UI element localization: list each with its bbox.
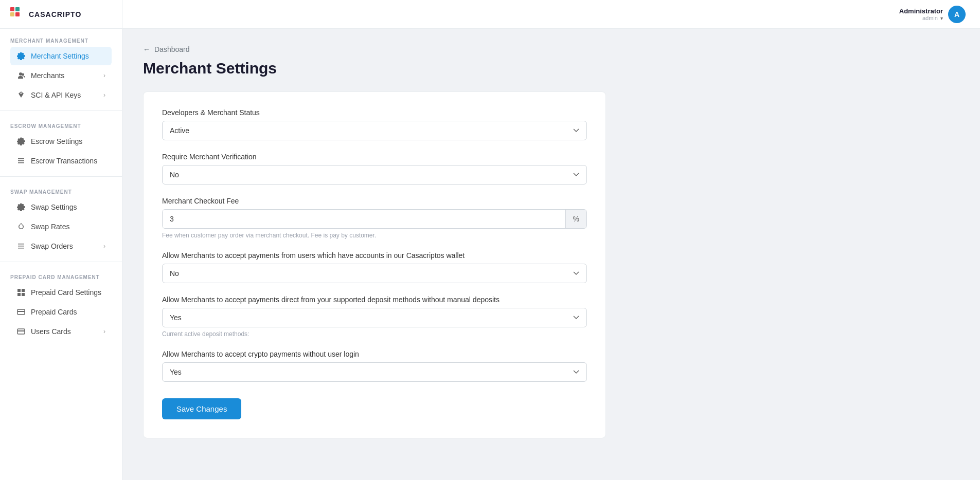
- page-title: Merchant Settings: [143, 60, 959, 77]
- content-area: ← Dashboard Merchant Settings Developers…: [122, 29, 980, 480]
- form-group-allow-wallet: Allow Merchants to accept payments from …: [162, 251, 587, 283]
- breadcrumb-dashboard[interactable]: Dashboard: [154, 45, 190, 53]
- sidebar-item-label: Users Cards: [31, 327, 71, 336]
- svg-rect-1: [15, 7, 20, 11]
- grid-icon: [16, 288, 26, 297]
- checkout-fee-input[interactable]: [163, 210, 565, 228]
- user-role: admin ▾: [899, 15, 943, 21]
- sidebar-item-prepaid-card-settings[interactable]: Prepaid Card Settings: [10, 283, 112, 302]
- sidebar-item-label: Swap Orders: [31, 242, 73, 250]
- logo-area: CASACRIPTO: [0, 0, 122, 29]
- sidebar-item-escrow-transactions[interactable]: Escrow Transactions: [10, 152, 112, 170]
- sidebar-item-merchants[interactable]: Merchants ›: [10, 66, 112, 85]
- merchant-management-section: MERCHANT MANAGEMENT Merchant Settings Me…: [0, 29, 122, 107]
- creditcard-icon: [16, 327, 26, 336]
- logo-icon: [10, 7, 25, 22]
- form-label-allow-deposit: Allow Merchants to accept payments direc…: [162, 296, 587, 304]
- form-group-allow-crypto: Allow Merchants to accept crypto payment…: [162, 350, 587, 382]
- user-name: Administrator: [899, 7, 943, 15]
- chevron-right-icon: ›: [103, 243, 105, 250]
- gear-icon: [16, 202, 26, 212]
- chevron-right-icon: ›: [103, 91, 105, 99]
- refresh-icon: [16, 222, 26, 231]
- save-changes-button[interactable]: Save Changes: [162, 398, 241, 419]
- gear-icon: [16, 137, 26, 146]
- brand-name: CASACRIPTO: [29, 10, 81, 19]
- section-label-swap: SWAP MANAGEMENT: [10, 189, 112, 195]
- users-icon: [16, 71, 26, 80]
- sidebar-item-swap-settings[interactable]: Swap Settings: [10, 198, 112, 216]
- allow-deposit-select[interactable]: Yes No: [162, 308, 587, 327]
- section-label-merchant: MERCHANT MANAGEMENT: [10, 38, 112, 44]
- form-label-checkout-fee: Merchant Checkout Fee: [162, 197, 587, 205]
- section-label-escrow: ESCROW MANAGEMENT: [10, 123, 112, 129]
- sidebar-item-users-cards[interactable]: Users Cards ›: [10, 322, 112, 341]
- form-label-dev-status: Developers & Merchant Status: [162, 108, 587, 117]
- escrow-management-section: ESCROW MANAGEMENT Escrow Settings Escrow…: [0, 114, 122, 173]
- merchant-verification-select[interactable]: No Yes: [162, 165, 587, 184]
- sidebar-item-label: Merchant Settings: [31, 52, 89, 60]
- form-group-allow-deposit: Allow Merchants to accept payments direc…: [162, 296, 587, 338]
- allow-crypto-select[interactable]: Yes No: [162, 362, 587, 382]
- list-icon: [16, 156, 26, 165]
- user-details: Administrator admin ▾: [899, 7, 943, 21]
- form-label-allow-crypto: Allow Merchants to accept crypto payment…: [162, 350, 587, 358]
- user-info[interactable]: Administrator admin ▾ A: [899, 6, 966, 23]
- list-icon: [16, 242, 26, 251]
- sidebar-item-label: Swap Settings: [31, 203, 77, 211]
- sidebar-item-label: Escrow Transactions: [31, 157, 97, 165]
- sidebar-item-label: Escrow Settings: [31, 137, 82, 145]
- form-group-merchant-verification: Require Merchant Verification No Yes: [162, 153, 587, 184]
- avatar[interactable]: A: [948, 6, 966, 23]
- sidebar-item-sci-api-keys[interactable]: SCI & API Keys ›: [10, 86, 112, 104]
- sidebar-item-label: SCI & API Keys: [31, 91, 81, 99]
- form-label-merchant-verification: Require Merchant Verification: [162, 153, 587, 161]
- svg-rect-2: [10, 12, 14, 16]
- diamond-icon: [16, 90, 26, 100]
- breadcrumb: ← Dashboard: [143, 45, 959, 53]
- sidebar-item-label: Swap Rates: [31, 223, 69, 231]
- swap-management-section: SWAP MANAGEMENT Swap Settings Swap Rates…: [0, 180, 122, 259]
- chevron-right-icon: ›: [103, 328, 105, 335]
- form-label-allow-wallet: Allow Merchants to accept payments from …: [162, 251, 587, 260]
- form-group-dev-status: Developers & Merchant Status Active Inac…: [162, 108, 587, 140]
- settings-form-card: Developers & Merchant Status Active Inac…: [143, 91, 606, 438]
- sidebar-item-swap-rates[interactable]: Swap Rates: [10, 217, 112, 236]
- allow-wallet-select[interactable]: No Yes: [162, 264, 587, 283]
- svg-rect-3: [15, 12, 20, 16]
- sidebar: CASACRIPTO MERCHANT MANAGEMENT Merchant …: [0, 0, 122, 480]
- svg-rect-0: [10, 7, 14, 11]
- checkout-fee-help: Fee when customer pay order via merchant…: [162, 232, 587, 239]
- sidebar-item-label: Prepaid Card Settings: [31, 288, 101, 297]
- sidebar-item-label: Merchants: [31, 71, 64, 80]
- dropdown-arrow-icon: ▾: [940, 15, 943, 21]
- sidebar-item-swap-orders[interactable]: Swap Orders ›: [10, 237, 112, 255]
- deposit-help: Current active deposit methods:: [162, 330, 587, 338]
- section-label-prepaid: PREPAID CARD MANAGEMENT: [10, 274, 112, 280]
- gear-icon: [16, 51, 26, 61]
- main-wrapper: Administrator admin ▾ A ← Dashboard Merc…: [122, 0, 980, 480]
- creditcard-icon: [16, 307, 26, 317]
- topbar: Administrator admin ▾ A: [122, 0, 980, 29]
- sidebar-item-prepaid-cards[interactable]: Prepaid Cards: [10, 303, 112, 321]
- chevron-right-icon: ›: [103, 72, 105, 79]
- prepaid-card-management-section: PREPAID CARD MANAGEMENT Prepaid Card Set…: [0, 265, 122, 344]
- sidebar-item-escrow-settings[interactable]: Escrow Settings: [10, 132, 112, 151]
- percent-suffix: %: [565, 210, 586, 228]
- checkout-fee-input-wrapper: %: [162, 209, 587, 229]
- sidebar-item-merchant-settings[interactable]: Merchant Settings: [10, 47, 112, 65]
- dev-merchant-status-select[interactable]: Active Inactive: [162, 121, 587, 140]
- form-group-checkout-fee: Merchant Checkout Fee % Fee when custome…: [162, 197, 587, 239]
- back-arrow-icon[interactable]: ←: [143, 45, 150, 53]
- sidebar-item-label: Prepaid Cards: [31, 308, 77, 316]
